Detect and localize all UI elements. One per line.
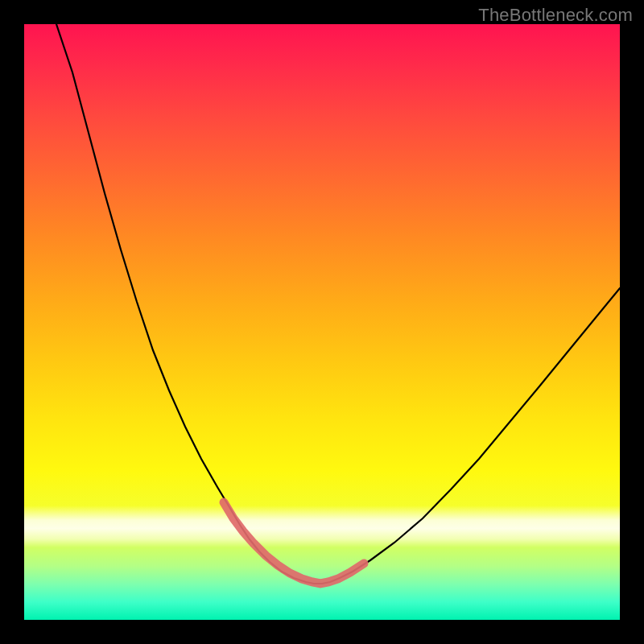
plot-area: [24, 24, 620, 620]
chart-svg: [24, 24, 620, 620]
v-curve: [56, 24, 620, 584]
valley-highlight: [224, 502, 364, 584]
watermark: TheBottleneck.com: [478, 5, 633, 26]
chart-stage: TheBottleneck.com: [0, 0, 644, 644]
